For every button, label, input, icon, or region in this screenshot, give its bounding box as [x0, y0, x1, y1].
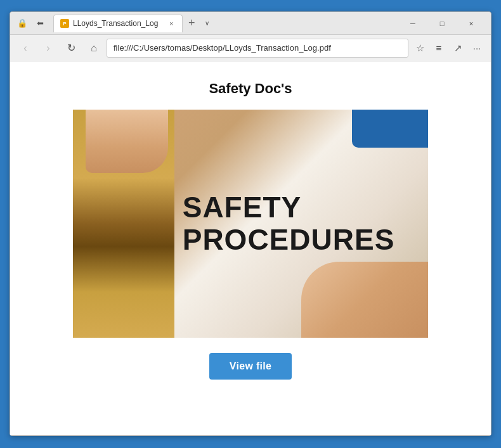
nav-icons: ☆ ≡ ↗ ···: [411, 39, 486, 57]
page-title: Safety Doc's: [209, 80, 292, 97]
home-button[interactable]: ⌂: [84, 38, 104, 58]
tab-title: LLoyds_Transaction_Log: [73, 19, 158, 28]
content-area: PDF Safety Doc's SAFETY PROCEDURES View …: [10, 61, 491, 435]
title-bar: 🔒 ⬅ P LLoyds_Transaction_Log × + ∨ ─ □ ×: [10, 12, 491, 35]
new-tab-button[interactable]: +: [183, 15, 200, 32]
maximize-button[interactable]: □: [427, 15, 457, 32]
favorites-icon[interactable]: ☆: [411, 39, 429, 57]
safety-text: SAFETY: [183, 191, 395, 224]
view-file-button[interactable]: View file: [209, 353, 292, 380]
folder-corner: [352, 110, 428, 148]
back-button[interactable]: ‹: [15, 38, 36, 58]
procedures-text: PROCEDURES: [183, 224, 395, 256]
hands-left: [86, 110, 168, 173]
reader-mode-icon[interactable]: ≡: [430, 39, 448, 57]
address-text: file:///C:/Users/tomas/Desktop/LLoyds_Tr…: [114, 43, 401, 53]
more-options-icon[interactable]: ···: [468, 39, 486, 57]
document-image: SAFETY PROCEDURES: [73, 110, 428, 338]
navigation-bar: ‹ › ↻ ⌂ file:///C:/Users/tomas/Desktop/L…: [10, 35, 491, 61]
tab-close-button[interactable]: ×: [167, 19, 176, 28]
image-text-content: SAFETY PROCEDURES: [73, 166, 428, 281]
refresh-button[interactable]: ↻: [61, 38, 81, 58]
browser-window: 🔒 ⬅ P LLoyds_Transaction_Log × + ∨ ─ □ ×…: [10, 11, 491, 436]
active-tab[interactable]: P LLoyds_Transaction_Log ×: [53, 15, 183, 32]
tab-bar: P LLoyds_Transaction_Log × + ∨: [53, 12, 396, 34]
close-button[interactable]: ×: [457, 15, 486, 32]
forward-button[interactable]: ›: [38, 38, 58, 58]
browser-icon: 🔒: [15, 16, 29, 30]
window-controls: 🔒 ⬅: [15, 16, 47, 30]
tab-favicon: P: [60, 19, 69, 28]
navigate-back-small: ⬅: [33, 16, 47, 30]
minimize-button[interactable]: ─: [398, 15, 427, 32]
tab-list-chevron[interactable]: ∨: [200, 17, 213, 30]
share-icon[interactable]: ↗: [449, 39, 467, 57]
address-bar[interactable]: file:///C:/Users/tomas/Desktop/LLoyds_Tr…: [107, 39, 408, 58]
